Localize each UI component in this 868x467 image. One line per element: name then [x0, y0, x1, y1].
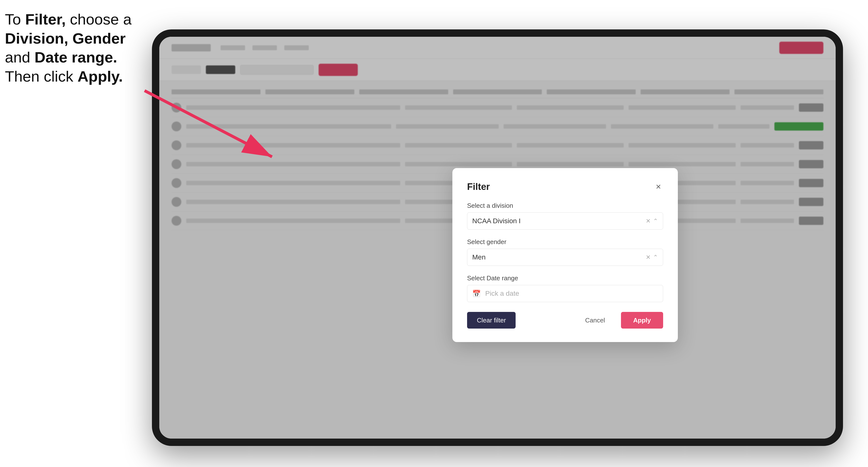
apply-button[interactable]: Apply [621, 312, 663, 329]
date-form-group: Select Date range 📅 Pick a date [467, 274, 663, 302]
instruction-line3: and Date range. [5, 49, 117, 66]
division-form-group: Select a division NCAA Division I ✕ ⌃ [467, 202, 663, 229]
modal-header: Filter ✕ [467, 182, 663, 192]
gender-label: Select gender [467, 238, 663, 246]
gender-select-wrapper[interactable]: Men ✕ ⌃ [467, 249, 663, 266]
division-selected-value: NCAA Division I [472, 217, 521, 225]
clear-filter-button[interactable]: Clear filter [467, 312, 516, 329]
gender-select[interactable]: Men ✕ ⌃ [467, 249, 663, 266]
tablet-screen: Filter ✕ Select a division NCAA Division… [159, 37, 836, 439]
close-icon: ✕ [655, 183, 661, 191]
gender-form-group: Select gender Men ✕ ⌃ [467, 238, 663, 266]
instruction-text: To Filter, choose a Division, Gender and… [5, 10, 147, 86]
chevron-icon: ⌃ [653, 218, 658, 224]
filter-modal: Filter ✕ Select a division NCAA Division… [453, 168, 678, 342]
date-input[interactable]: 📅 Pick a date [467, 285, 663, 302]
instruction-line4: Then click Apply. [5, 68, 123, 85]
instruction-line1: To Filter, choose a [5, 11, 132, 28]
date-label: Select Date range [467, 274, 663, 282]
modal-footer: Clear filter Cancel Apply [467, 312, 663, 329]
gender-clear-icon[interactable]: ✕ [646, 254, 651, 261]
calendar-icon: 📅 [472, 290, 481, 298]
tablet-frame: Filter ✕ Select a division NCAA Division… [152, 29, 843, 446]
instruction-bold-keywords: Division, Gender [5, 30, 126, 47]
date-placeholder: Pick a date [485, 290, 519, 298]
modal-title: Filter [467, 182, 490, 192]
gender-selected-value: Men [472, 253, 486, 261]
cancel-button[interactable]: Cancel [576, 312, 615, 329]
division-select[interactable]: NCAA Division I ✕ ⌃ [467, 212, 663, 229]
clear-icon[interactable]: ✕ [646, 218, 651, 224]
division-label: Select a division [467, 202, 663, 210]
footer-right-actions: Cancel Apply [576, 312, 663, 329]
modal-close-button[interactable]: ✕ [653, 182, 663, 192]
gender-chevron-icon: ⌃ [653, 254, 658, 261]
select-control-icons: ✕ ⌃ [646, 218, 658, 224]
division-select-wrapper[interactable]: NCAA Division I ✕ ⌃ [467, 212, 663, 229]
gender-select-control-icons: ✕ ⌃ [646, 254, 658, 261]
